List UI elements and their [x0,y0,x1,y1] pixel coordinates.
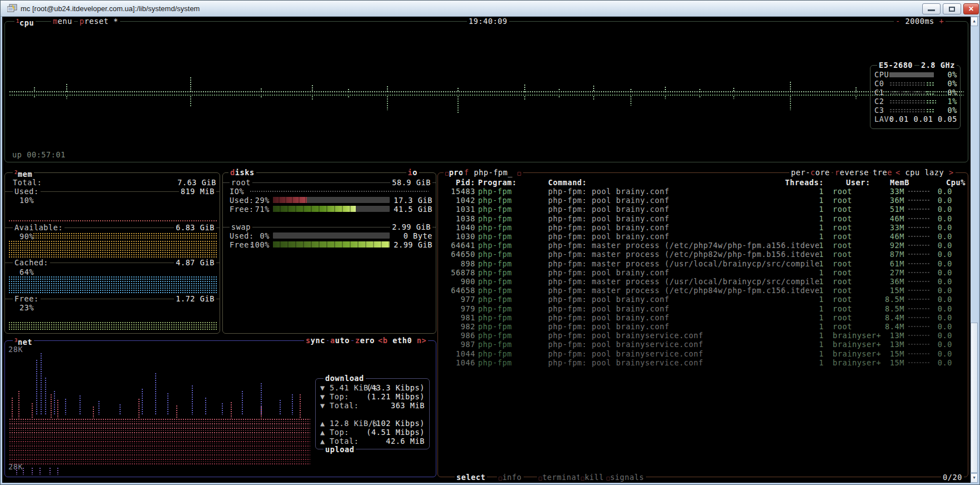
process-row[interactable]: 1038php-fpmphp-fpm: pool brainy.conf1roo… [437,214,968,223]
net-download-spike [221,403,224,415]
mem-available-value: 6.83 GiB [174,223,216,232]
cpu-spike-down [558,96,561,98]
process-row[interactable]: 900php-fpmphp-fpm: master process (/usr/… [437,277,968,286]
process-row[interactable]: 981php-fpmphp-fpm: pool brainy.conf1root… [437,313,968,322]
scrollbar[interactable]: ▲ ▼ [971,17,978,483]
net-download-spike [98,400,101,415]
mem-free-label: Free: [13,294,41,303]
process-row[interactable]: 898php-fpmphp-fpm: master process (/usr/… [437,259,968,268]
process-row[interactable]: 56878php-fpmphp-fpm: pool brainy.conf1ro… [437,268,968,277]
interval-decrease-button[interactable]: - [896,17,901,26]
proc-command: php-fpm: pool brainyservice.conf [548,358,703,367]
process-row[interactable]: 64641php-fpmphp-fpm: master process (/et… [437,241,968,250]
net-prev-interface-button[interactable]: <b [378,336,387,345]
net-upload-spike [11,397,14,418]
footer-signals-button[interactable]: □signals [605,473,646,482]
proc-usage-graph [908,325,930,328]
process-row[interactable]: 982php-fpmphp-fpm: pool brainy.conf1root… [437,322,968,331]
mem-box-title: 2mem [13,168,34,177]
upload-row-label: Top: [330,428,349,437]
proc-usage-graph [908,244,930,247]
proc-filter-clear-button[interactable]: □ [518,170,521,176]
upload-row-value: 42.6 MiB [386,437,425,446]
net-zero-button[interactable]: zero [354,336,376,345]
scrollbar-thumb[interactable] [971,323,978,473]
net-next-interface-button[interactable]: n> [417,336,426,345]
col-threads[interactable]: Threads: [779,178,824,187]
proc-filter[interactable]: f php-fpm_ □ [462,168,523,177]
net-download-spike [40,353,43,415]
proc-program: php-fpm [478,205,512,214]
cpu-spike-down [190,96,192,107]
close-button[interactable]: ✕ [963,3,979,14]
proc-memb: 15M [877,349,904,358]
process-row[interactable]: 987php-fpmphp-fpm: pool brainyservice.co… [437,340,968,349]
cpu-spike-down [664,96,667,99]
process-row[interactable]: 15483php-fpmphp-fpm: pool brainy.conf1ro… [437,187,968,196]
menu-button[interactable]: menu [51,17,74,26]
proc-command: php-fpm: pool brainy.conf [548,196,669,205]
proc-user: root [833,268,852,277]
proc-program: php-fpm [478,187,512,196]
tree-toggle[interactable]: tree [871,168,894,177]
sort-prev-button[interactable]: < [896,168,901,177]
col-cpu[interactable]: Cpu% [941,178,966,187]
col-pid[interactable]: Pid: [447,178,475,187]
process-row[interactable]: 1040php-fpmphp-fpm: pool brainy.conf1roo… [437,223,968,232]
proc-cpu: 0.0 [932,349,952,358]
cpu-graph-line [9,91,964,93]
proc-cpu: 0.0 [932,295,952,304]
proc-threads: 1 [793,232,824,241]
proc-cpu: 0.0 [932,304,952,313]
col-command[interactable]: Command: [548,178,587,187]
footer-select[interactable]: select [455,473,487,482]
proc-threads: 1 [793,295,824,304]
proc-pid: 982 [447,322,475,331]
per-core-toggle[interactable]: per-core [789,168,832,177]
proc-cpu: 0.0 [932,331,952,340]
process-row[interactable]: 1042php-fpmphp-fpm: pool brainy.conf1roo… [437,196,968,205]
process-row[interactable]: 977php-fpmphp-fpm: pool brainy.conf1root… [437,295,968,304]
proc-command: php-fpm: pool brainy.conf [548,223,669,232]
cpu-spike-down [593,96,595,101]
net-sync-button[interactable]: sync [304,336,327,345]
footer-info-button[interactable]: □info [497,473,524,482]
net-upload-spike [50,394,53,418]
titlebar[interactable]: mc [root@ub24.itdeveloper.com.ua]:/lib/s… [1,1,979,17]
col-memb[interactable]: MemB [890,178,909,187]
proc-user: root [833,196,852,205]
minimize-button[interactable] [922,3,941,14]
process-row[interactable]: 1046php-fpmphp-fpm: pool brainyservice.c… [437,358,968,367]
process-row[interactable]: 986php-fpmphp-fpm: pool brainyservice.co… [437,331,968,340]
cpu-spike-down [33,96,36,98]
proc-threads: 1 [793,286,824,295]
proc-cpu: 0.0 [932,223,952,232]
reverse-toggle[interactable]: reverse [833,168,870,177]
proc-threads: 1 [793,313,824,322]
preset-button[interactable]: preset * [78,17,120,26]
proc-command: php-fpm: pool brainy.conf [548,295,669,304]
net-bottom-dot [16,467,18,475]
process-row[interactable]: 1044php-fpmphp-fpm: pool brainyservice.c… [437,349,968,358]
col-user[interactable]: User: [846,178,870,187]
interval-increase-button[interactable]: + [939,17,944,26]
io-toggle-button[interactable]: io [406,168,419,177]
sort-next-button[interactable]: > [949,168,954,177]
scroll-up-button[interactable]: ▲ [971,17,978,26]
col-program[interactable]: Program: [478,178,517,187]
download-row-value: 363 MiB [391,401,425,410]
maximize-button[interactable] [943,3,961,14]
proc-pid: 1038 [447,214,475,223]
process-row[interactable]: 1031php-fpmphp-fpm: pool brainy.conf1roo… [437,205,968,214]
process-row[interactable]: 979php-fpmphp-fpm: pool brainy.conf1root… [437,304,968,313]
scroll-down-button[interactable]: ▼ [971,473,978,483]
footer-kill-button[interactable]: □kill [579,473,606,482]
net-auto-button[interactable]: auto [329,336,351,345]
proc-user: root [833,241,852,250]
process-row[interactable]: 64650php-fpmphp-fpm: master process (/et… [437,250,968,259]
process-row[interactable]: 64658php-fpmphp-fpm: master process (/et… [437,286,968,295]
cpu-spike-down [311,96,314,100]
process-row[interactable]: 1030php-fpmphp-fpm: pool brainy.conf1roo… [437,232,968,241]
disk-swap-name: swap [230,222,252,231]
net-upload-spike [299,394,302,418]
